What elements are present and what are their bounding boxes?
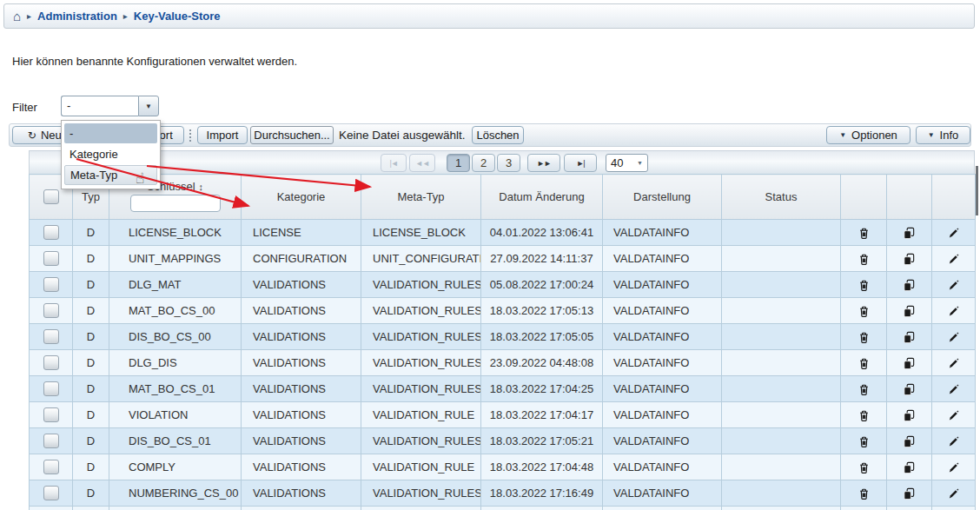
edit-row-button[interactable] (932, 220, 976, 246)
row-checkbox[interactable] (43, 329, 59, 344)
copy-row-button[interactable] (887, 272, 932, 298)
delete-row-button[interactable] (841, 428, 887, 454)
table-row[interactable] (30, 507, 976, 510)
filter-dropdown-button[interactable]: ▼ (138, 96, 159, 116)
delete-row-button[interactable] (841, 272, 887, 298)
dropdown-option-kategorie[interactable]: Kategorie (64, 144, 157, 164)
copy-row-button[interactable] (887, 246, 932, 272)
table-row[interactable]: D DIS_BO_CS_01 VALIDATIONS VALIDATION_RU… (30, 428, 976, 454)
info-button-label: Info (940, 129, 959, 142)
copy-row-button[interactable] (887, 220, 932, 246)
copy-icon (903, 461, 916, 474)
filter-combobox[interactable]: - ▼ (61, 96, 159, 116)
delete-button[interactable]: Löschen (472, 126, 524, 144)
table-row[interactable]: D LICENSE_BLOCK LICENSE LICENSE_BLOCK 04… (30, 220, 976, 246)
edit-row-button[interactable] (932, 480, 976, 507)
table-row[interactable]: D DIS_BO_CS_00 VALIDATIONS VALIDATION_RU… (30, 324, 976, 350)
copy-row-button[interactable] (887, 376, 932, 402)
cell-schluessel: UNIT_MAPPINGS (109, 246, 242, 272)
table-row[interactable]: D COMPLY VALIDATIONS VALIDATION_RULE 18.… (30, 454, 976, 480)
dropdown-option--[interactable]: - (64, 123, 157, 143)
copy-row-button[interactable] (887, 350, 932, 376)
page-size-select[interactable]: 40 ▼ (606, 154, 648, 172)
row-checkbox[interactable] (43, 303, 59, 318)
cell-typ: D (73, 298, 109, 324)
edit-pencil-icon (947, 305, 960, 318)
row-checkbox[interactable] (43, 225, 59, 240)
page-button-2[interactable]: 2 (472, 154, 495, 172)
delete-row-button[interactable] (841, 350, 887, 376)
row-checkbox[interactable] (43, 434, 59, 448)
row-checkbox[interactable] (43, 355, 59, 370)
cell-kategorie: VALIDATIONS (242, 350, 361, 376)
row-checkbox[interactable] (43, 407, 59, 422)
table-row[interactable]: D VIOLATION VALIDATIONS VALIDATION_RULE … (30, 402, 976, 428)
row-checkbox[interactable] (43, 277, 59, 292)
sort-icon[interactable]: ↕ (199, 182, 204, 192)
last-page-button[interactable]: ►| (564, 154, 597, 172)
edit-row-button[interactable] (932, 507, 976, 510)
select-all-checkbox[interactable] (43, 189, 59, 204)
delete-row-button[interactable] (841, 298, 887, 324)
cell-darstellung: VALDATAINFO (603, 350, 722, 376)
table-row[interactable]: D DLG_DIS VALIDATIONS VALIDATION_RULESET… (30, 350, 976, 376)
previous-page-button[interactable]: ◄◄ (409, 154, 435, 172)
options-menu-button[interactable]: ▼ Optionen (826, 126, 910, 144)
table-row[interactable]: D MAT_BO_CS_00 VALIDATIONS VALIDATION_RU… (30, 298, 976, 324)
table-row[interactable]: D MAT_BO_CS_01 VALIDATIONS VALIDATION_RU… (30, 376, 976, 402)
edit-row-button[interactable] (932, 350, 976, 376)
breadcrumb-link-key-value-store[interactable]: Key-Value-Store (134, 10, 221, 23)
delete-row-button[interactable] (841, 480, 887, 507)
filter-combobox-value[interactable]: - (61, 96, 138, 116)
home-icon[interactable]: ⌂ (13, 10, 21, 23)
cell-status (722, 454, 841, 480)
table-row[interactable]: D NUMBERING_CS_00 VALIDATIONS VALIDATION… (30, 480, 976, 507)
delete-row-button[interactable] (841, 246, 887, 272)
column-status-label: Status (765, 190, 798, 203)
copy-row-button[interactable] (887, 507, 932, 510)
edit-row-button[interactable] (932, 246, 976, 272)
key-filter-input[interactable] (130, 195, 221, 212)
delete-row-button[interactable] (841, 507, 887, 510)
delete-row-button[interactable] (841, 376, 887, 402)
table-row[interactable]: D DLG_MAT VALIDATIONS VALIDATION_RULESET… (30, 272, 976, 298)
file-browse-button[interactable]: Durchsuchen... (250, 126, 334, 144)
cell-schluessel: COMPLY (109, 454, 242, 480)
edit-row-button[interactable] (932, 402, 976, 428)
delete-row-button[interactable] (841, 324, 887, 350)
row-select-cell (30, 324, 73, 350)
copy-row-button[interactable] (887, 480, 932, 507)
cell-datum: 18.03.2022 17:04:25 (481, 376, 603, 402)
copy-row-button[interactable] (887, 298, 932, 324)
edit-row-button[interactable] (932, 298, 976, 324)
delete-row-button[interactable] (841, 402, 887, 428)
copy-row-button[interactable] (887, 428, 932, 454)
delete-row-button[interactable] (841, 454, 887, 480)
copy-row-button[interactable] (887, 454, 932, 480)
info-menu-button[interactable]: ▼ Info (916, 126, 970, 144)
trash-icon (858, 435, 871, 448)
row-checkbox[interactable] (43, 381, 59, 396)
edit-row-button[interactable] (932, 272, 976, 298)
copy-row-button[interactable] (887, 324, 932, 350)
edit-row-button[interactable] (932, 428, 976, 454)
edit-row-button[interactable] (932, 324, 976, 350)
first-page-button[interactable]: |◄ (381, 154, 407, 172)
edit-row-button[interactable] (932, 376, 976, 402)
copy-row-button[interactable] (887, 402, 932, 428)
page-button-3[interactable]: 3 (497, 154, 520, 172)
table-row[interactable]: D UNIT_MAPPINGS CONFIGURATION UNIT_CONFI… (30, 246, 976, 272)
row-checkbox[interactable] (43, 251, 59, 266)
edit-pencil-icon (947, 435, 960, 448)
row-checkbox[interactable] (43, 460, 59, 474)
next-page-button[interactable]: ►► (527, 154, 560, 172)
import-button[interactable]: Import (197, 126, 248, 144)
copy-icon (903, 331, 916, 344)
page-button-1[interactable]: 1 (447, 154, 470, 172)
delete-row-button[interactable] (841, 220, 887, 246)
cell-datum: 23.09.2022 04:48:08 (481, 350, 603, 376)
edit-row-button[interactable] (932, 454, 976, 480)
breadcrumb-link-administration[interactable]: Administration (37, 10, 117, 23)
cell-meta-typ: VALIDATION_RULESET (361, 298, 481, 324)
row-checkbox[interactable] (43, 486, 59, 500)
